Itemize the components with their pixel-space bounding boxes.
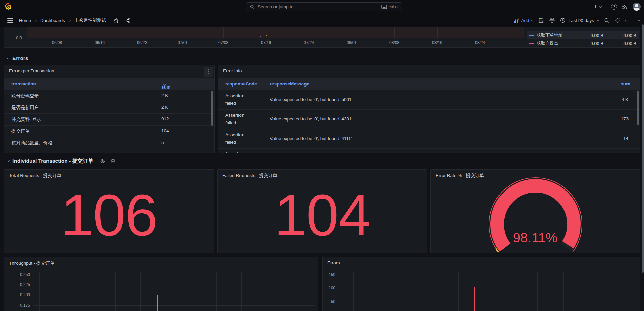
- x-axis-tick: 08/08: [389, 40, 399, 45]
- share-icon[interactable]: [124, 18, 130, 23]
- grafana-logo-icon[interactable]: [4, 3, 12, 11]
- error-info-panel: Error Info responseCode responseMessage …: [218, 65, 640, 153]
- cell-transaction: 补充资料_登录: [11, 116, 41, 123]
- clipped-timeseries-panel: 0 B 06/08 06/16 06/23 07/01 07/08 07/16 …: [4, 27, 640, 48]
- dot-marker: [260, 36, 261, 37]
- panel-title[interactable]: Error Info: [223, 68, 242, 73]
- x-axis-tick: 08/16: [432, 40, 442, 45]
- cell-message: Value expected to be '0', but found '500…: [270, 97, 352, 102]
- add-panel-icon: [513, 18, 519, 23]
- column-header-sum[interactable]: sum: [621, 81, 630, 87]
- column-header-transaction[interactable]: transaction: [11, 81, 36, 87]
- timeseries-plot-area[interactable]: [27, 27, 524, 38]
- row-delete-trash-icon[interactable]: [110, 158, 116, 164]
- x-axis-tick: 08/24: [475, 40, 485, 45]
- x-axis-tick: 07/01: [178, 40, 188, 45]
- breadcrumb-home[interactable]: Home: [19, 18, 31, 23]
- chevron-down-icon: [531, 18, 534, 21]
- top-nav-bar: ctrl+k + ?: [0, 0, 644, 13]
- cell-code: Assertion: [225, 151, 244, 153]
- dashboard-settings-gear-icon[interactable]: [549, 17, 555, 23]
- table-header: transaction sum: [4, 78, 214, 90]
- row-individual-transaction-header[interactable]: Individual Transaction - 提交订单: [7, 157, 116, 165]
- grafana-dashboard: ctrl+k + ? Home Dashboards 玉玄道性能测试: [0, 0, 644, 311]
- table-row: Assertion failed Value expected to be '0…: [218, 90, 640, 109]
- cell-code: failed: [225, 120, 236, 125]
- legend-series-name[interactable]: 获取下单地址: [537, 32, 577, 38]
- y-axis-tick: 0.200: [8, 292, 30, 297]
- add-panel-button[interactable]: Add: [513, 18, 533, 23]
- x-axis-tick: 06/16: [95, 40, 105, 45]
- legend-row: 获取自提点 0.00 B 0.00 B: [527, 39, 639, 47]
- zoom-out-icon[interactable]: [604, 18, 610, 23]
- table-row: Assertion failed Value expected to be '0…: [218, 129, 640, 148]
- dashboard-header-bar: Home Dashboards 玉玄道性能测试 Add: [0, 13, 644, 27]
- menu-toggle-icon[interactable]: [7, 18, 13, 23]
- cell-sum: 5: [161, 140, 164, 145]
- refresh-icon[interactable]: [615, 18, 620, 23]
- time-range-picker[interactable]: Last 90 days: [560, 18, 599, 23]
- favorite-star-icon[interactable]: [113, 18, 119, 23]
- divider: [606, 4, 606, 10]
- save-dashboard-icon[interactable]: [538, 18, 544, 23]
- chevron-right-icon: [34, 19, 37, 22]
- chevron-right-icon: [68, 19, 71, 22]
- panel-menu-kebab-icon[interactable]: [204, 67, 213, 77]
- panel-title[interactable]: Errors per Transaction: [9, 68, 54, 73]
- user-avatar[interactable]: [633, 3, 641, 11]
- news-rss-icon[interactable]: [622, 4, 628, 10]
- search-shortcut: ctrl+k: [381, 5, 399, 9]
- plot-area[interactable]: [353, 272, 636, 311]
- x-axis-tick: 06/23: [137, 40, 147, 45]
- legend-row: 获取下单地址 0.00 B 0.00 B: [527, 31, 639, 39]
- column-header-responseCode[interactable]: responseCode: [225, 81, 257, 87]
- plot-area[interactable]: [39, 272, 315, 311]
- breadcrumb-dashboards[interactable]: Dashboards: [40, 18, 65, 23]
- dot-marker: [266, 35, 267, 36]
- errors-per-transaction-panel: Errors per Transaction transaction sum 账…: [4, 65, 215, 153]
- cell-code: failed: [225, 101, 236, 106]
- collapse-toolbar-icon[interactable]: [638, 20, 640, 22]
- help-icon[interactable]: ?: [611, 4, 617, 10]
- panel-title[interactable]: Errors: [327, 260, 340, 265]
- row-settings-gear-icon[interactable]: [100, 158, 105, 164]
- breadcrumb: Home Dashboards 玉玄道性能测试: [19, 13, 130, 27]
- errors-chart-panel: Errors 150 100 50: [322, 257, 640, 311]
- y-axis-tick: 0.225: [8, 282, 30, 287]
- x-axis-tick: 08/01: [347, 40, 357, 45]
- cell-message: Value expected to be '0', but found '430…: [270, 116, 352, 122]
- table-row-clipped: Assertion: [218, 148, 640, 153]
- cell-code: Assertion: [225, 113, 244, 118]
- x-axis-tick: 07/16: [261, 40, 271, 45]
- panel-title[interactable]: Throughput - 提交订单: [9, 260, 55, 266]
- divider: [633, 17, 633, 23]
- series-color-icon: [529, 43, 534, 44]
- cell-transaction: 账号密码登录: [11, 93, 39, 99]
- new-menu-button[interactable]: +: [594, 4, 601, 10]
- section-title: Errors: [12, 55, 28, 61]
- row-errors-header[interactable]: Errors: [7, 54, 28, 63]
- global-search[interactable]: ctrl+k: [246, 2, 402, 11]
- refresh-interval-chevron-icon[interactable]: [625, 18, 628, 21]
- stat-value: 106: [4, 176, 214, 253]
- table-scrollbar[interactable]: [637, 91, 639, 125]
- legend-series-name[interactable]: 获取自提点: [537, 40, 577, 46]
- legend-value: 0.00 B: [580, 41, 603, 46]
- cell-transaction: 提交订单: [11, 128, 30, 134]
- page-scrollbar[interactable]: [642, 24, 644, 273]
- error-rate-gauge-panel: Error Rate % - 提交订单 98.11%: [430, 169, 640, 253]
- x-axis-tick: 07/24: [304, 40, 314, 45]
- table-scrollbar[interactable]: [211, 91, 213, 126]
- chevron-down-icon: [7, 159, 10, 162]
- chevron-down-icon: [7, 56, 10, 59]
- cell-sum: 912: [161, 116, 169, 122]
- cell-sum: 173: [621, 116, 629, 122]
- cell-code: failed: [225, 140, 236, 145]
- column-header-responseMessage[interactable]: responseMessage: [270, 81, 309, 87]
- search-input[interactable]: [257, 4, 379, 10]
- column-header-sum[interactable]: sum: [161, 81, 165, 87]
- y-axis-tick: 0.250: [8, 272, 30, 277]
- legend-value: 0.00 B: [580, 33, 603, 38]
- y-axis-tick: 50: [324, 299, 335, 304]
- legend-value: 0.00 B: [606, 33, 636, 38]
